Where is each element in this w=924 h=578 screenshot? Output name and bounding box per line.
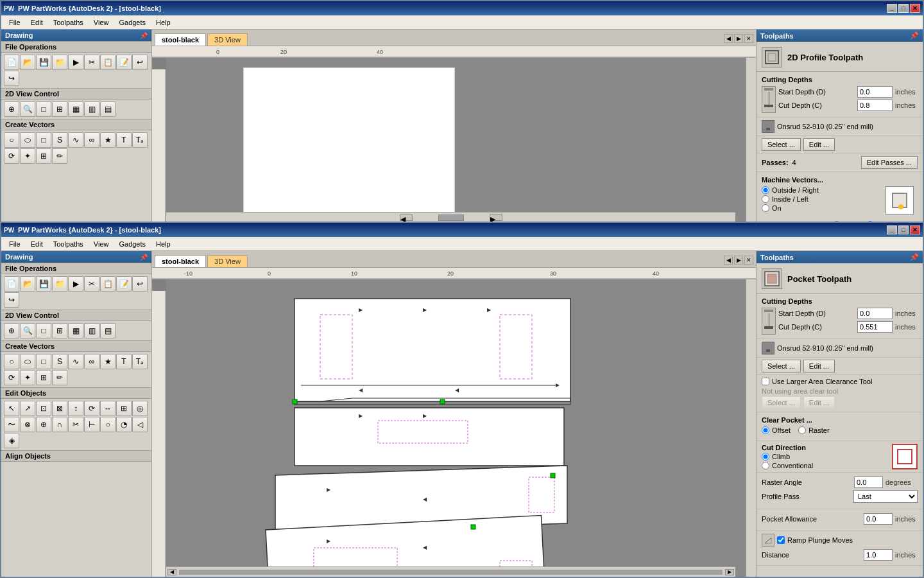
undo-btn[interactable]: ↩ <box>132 55 148 70</box>
scrollbar-v-bottom[interactable] <box>746 279 756 577</box>
node-btn-b[interactable]: ✦ <box>20 370 35 385</box>
conventional-radio-bottom[interactable] <box>762 462 769 469</box>
restore-btn-top[interactable]: □ <box>898 4 909 13</box>
distort-btn[interactable]: ◈ <box>4 433 19 448</box>
offset-btn[interactable]: ◎ <box>132 401 148 416</box>
redo-btn[interactable]: ↪ <box>4 71 19 86</box>
chamfer-btn[interactable]: ◁ <box>132 417 148 432</box>
circle-btn[interactable]: ○ <box>4 132 19 148</box>
open-folder-btn-b[interactable]: 📁 <box>52 276 67 292</box>
circle-btn-b[interactable]: ○ <box>4 354 19 369</box>
view5-b[interactable]: ▦ <box>68 323 83 338</box>
tab-3d-top[interactable]: 3D View <box>207 33 248 46</box>
pin-icon-bottom[interactable]: 📌 <box>140 254 148 261</box>
curve-btn[interactable]: ∿ <box>68 132 83 148</box>
arc-btn[interactable]: ◔ <box>116 417 132 432</box>
node-btn[interactable]: ✦ <box>20 148 35 164</box>
tool-select-btn-top[interactable]: Select ... <box>762 138 801 151</box>
tool-edit-btn-bottom[interactable]: Edit ... <box>803 360 835 372</box>
cut-btn[interactable]: ✂ <box>84 55 99 70</box>
view3[interactable]: □ <box>36 101 51 117</box>
textpath-btn[interactable]: Tₐ <box>132 132 148 148</box>
view4-b[interactable]: ⊞ <box>52 323 67 338</box>
minimize-btn-top[interactable]: _ <box>887 4 897 13</box>
tool-select-btn-bottom[interactable]: Select ... <box>762 360 801 372</box>
export-btn[interactable]: ▶ <box>68 55 83 70</box>
area-edit-btn[interactable]: Edit ... <box>803 396 835 409</box>
scroll-right-bottom[interactable]: ▶ <box>725 569 734 575</box>
scrollbar-v-top[interactable] <box>746 58 756 222</box>
view7-b[interactable]: ▤ <box>100 323 116 338</box>
toolpaths-pin-top[interactable]: 📌 <box>910 31 919 40</box>
tool-edit-btn-top[interactable]: Edit ... <box>803 138 835 151</box>
copy-btn[interactable]: 📋 <box>100 55 116 70</box>
undo-btn-b[interactable]: ↩ <box>132 276 148 292</box>
trim-btn[interactable]: ✂ <box>68 417 83 432</box>
transform-btn[interactable]: ⟳ <box>4 148 19 164</box>
canvas-area-top[interactable]: stool-black 3D View ◀ ▶ ✕ 0 20 40 <box>152 30 756 222</box>
rect-btn-b[interactable]: □ <box>36 354 51 369</box>
view4[interactable]: ⊞ <box>52 101 67 117</box>
tab-nav-right-b[interactable]: ▶ <box>734 256 743 265</box>
menu-toolpaths[interactable]: Toolpaths <box>48 17 89 28</box>
menu-help[interactable]: Help <box>151 17 176 28</box>
scroll-thumb-h-top[interactable] <box>438 215 464 221</box>
distance-input[interactable] <box>864 549 893 561</box>
use-larger-area-checkbox[interactable] <box>762 378 769 385</box>
star-btn[interactable]: ★ <box>100 132 116 148</box>
pen-btn-b[interactable]: ✏ <box>52 370 67 385</box>
open-folder-btn[interactable]: 📁 <box>52 55 67 70</box>
paste-btn[interactable]: 📝 <box>116 55 132 70</box>
open-btn[interactable]: 📂 <box>20 55 35 70</box>
view2[interactable]: 🔍 <box>20 101 35 117</box>
smooth-btn[interactable]: 〜 <box>4 417 19 432</box>
view1[interactable]: ⊕ <box>4 101 19 117</box>
save-btn-b[interactable]: 💾 <box>36 276 51 292</box>
profile-pass-select[interactable]: Last First None <box>853 490 918 503</box>
edit-passes-btn-top[interactable]: Edit Passes ... <box>861 156 918 169</box>
poly-btn[interactable]: S <box>52 132 67 148</box>
close-btn-bottom[interactable]: ✕ <box>910 225 920 234</box>
spiral-btn[interactable]: ∞ <box>84 132 99 148</box>
export-btn-b[interactable]: ▶ <box>68 276 83 292</box>
menu-edit[interactable]: Edit <box>26 17 48 28</box>
tab-stool-top[interactable]: stool-black <box>155 33 206 46</box>
menu-gadgets-bottom[interactable]: Gadgets <box>114 239 151 249</box>
start-depth-input-top[interactable] <box>857 86 893 98</box>
save-btn[interactable]: 💾 <box>36 55 51 70</box>
tab-nav-left[interactable]: ◀ <box>724 34 733 43</box>
canvas-area-bottom[interactable]: stool-black 3D View ◀ ▶ ✕ -10 0 10 <box>152 251 756 577</box>
area-select-btn[interactable]: Select ... <box>762 396 801 409</box>
bitmap-btn[interactable]: ⊞ <box>36 148 51 164</box>
tab-nav-right[interactable]: ▶ <box>734 34 743 43</box>
cut-depth-input-top[interactable] <box>857 100 893 111</box>
view5[interactable]: ▦ <box>68 101 83 117</box>
view6-b[interactable]: ▥ <box>84 323 99 338</box>
tab-close-b[interactable]: ✕ <box>744 256 753 265</box>
group-btn[interactable]: ⊡ <box>36 401 51 416</box>
new-btn[interactable]: 📄 <box>4 55 19 70</box>
poly-btn-b[interactable]: S <box>52 354 67 369</box>
tab-stool-bottom[interactable]: stool-black <box>155 255 206 267</box>
menu-edit-bottom[interactable]: Edit <box>26 239 48 249</box>
rect-btn[interactable]: □ <box>36 132 51 148</box>
ramp-plunge-checkbox[interactable] <box>777 536 785 544</box>
menu-toolpaths-bottom[interactable]: Toolpaths <box>48 239 89 249</box>
curve-btn-b[interactable]: ∿ <box>68 354 83 369</box>
ellipse-btn[interactable]: ⬭ <box>20 132 35 148</box>
textpath-btn-b[interactable]: Tₐ <box>132 354 148 369</box>
tab-3d-bottom[interactable]: 3D View <box>207 255 248 267</box>
bitmap-btn-b[interactable]: ⊞ <box>36 370 51 385</box>
ellipse-btn-b[interactable]: ⬭ <box>20 354 35 369</box>
view3-b[interactable]: □ <box>36 323 51 338</box>
cut-depth-input-bottom[interactable] <box>857 321 893 333</box>
pin-icon[interactable]: 📌 <box>140 32 148 39</box>
outside-right-radio-top[interactable] <box>762 186 769 194</box>
offset-radio[interactable] <box>762 426 769 434</box>
restore-btn-bottom[interactable]: □ <box>898 225 909 234</box>
close-btn-top[interactable]: ✕ <box>910 4 920 13</box>
raster-radio[interactable] <box>798 426 806 434</box>
mirror-btn[interactable]: ↔ <box>100 401 116 416</box>
inside-left-radio-top[interactable] <box>762 195 769 203</box>
scroll-left-top[interactable]: ◀ <box>400 215 413 221</box>
